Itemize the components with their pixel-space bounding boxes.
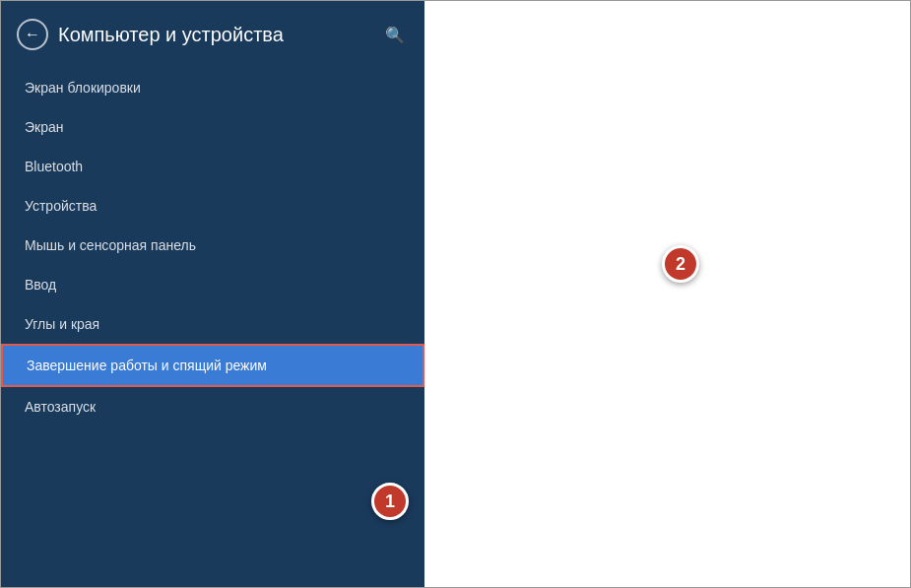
sidebar-title: Компьютер и устройства — [58, 24, 371, 46]
sidebar-item-mouse[interactable]: Мышь и сенсорная панель — [1, 226, 424, 265]
sidebar: ← Компьютер и устройства 🔍 Экран блокиро… — [1, 1, 424, 588]
search-icon[interactable]: 🔍 — [385, 26, 405, 44]
sidebar-item-corners[interactable]: Углы и края — [1, 304, 424, 344]
sidebar-item-shutdown[interactable]: Завершение работы и спящий режим — [1, 344, 424, 387]
annotation-badge-1: 1 — [371, 483, 409, 520]
back-button[interactable]: ← — [17, 19, 48, 50]
sidebar-item-autorun[interactable]: Автозапуск — [1, 387, 424, 426]
annotation-badge-2: 2 — [662, 245, 699, 283]
sidebar-item-input[interactable]: Ввод — [1, 265, 424, 304]
sidebar-item-devices[interactable]: Устройства — [1, 186, 424, 226]
sidebar-item-screen[interactable]: Экран — [1, 107, 424, 147]
sidebar-item-bluetooth[interactable]: Bluetooth — [1, 147, 424, 186]
sidebar-item-lock-screen[interactable]: Экран блокировки — [1, 68, 424, 107]
sidebar-header: ← Компьютер и устройства 🔍 — [1, 1, 424, 64]
sidebar-nav: Экран блокировки Экран Bluetooth Устройс… — [1, 68, 424, 426]
